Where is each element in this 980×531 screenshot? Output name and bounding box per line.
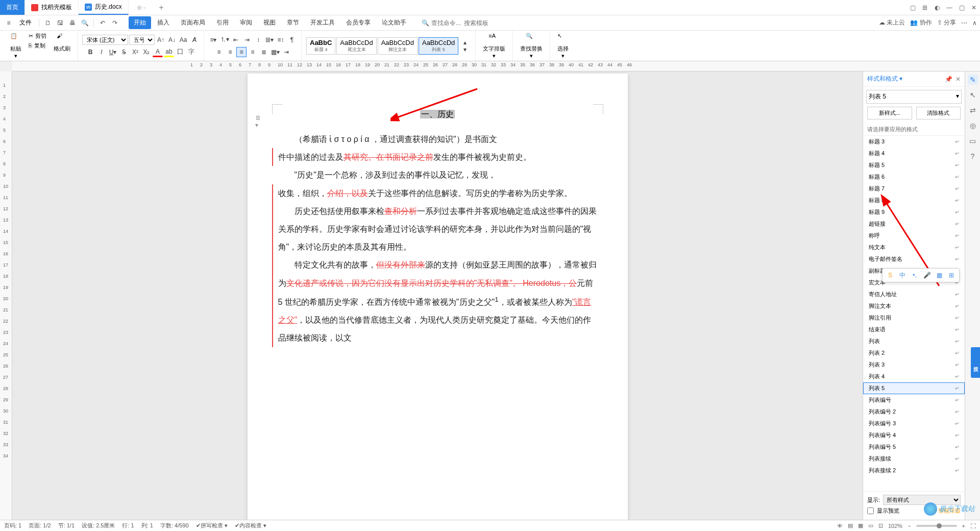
ime-toolbar[interactable]: S 中 •, 🎤 ▦ ⊞ xyxy=(882,268,960,282)
sb-pos[interactable]: 设值: 2.5厘米 xyxy=(82,522,115,529)
file-menu[interactable]: 文件 xyxy=(15,18,36,27)
style-item[interactable]: 列表编号 2↵ xyxy=(863,406,965,418)
zoom-out-icon[interactable]: − xyxy=(908,523,911,529)
ime-keyboard-icon[interactable]: ▦ xyxy=(935,271,944,280)
paragraph-rev[interactable]: 特定文化共有的故事，但没有外部来源的支持（例如亚瑟王周围的故事），通常被归为文化… xyxy=(272,256,597,347)
style-item[interactable]: 标题 6↵ xyxy=(863,171,965,183)
winbtn-user-icon[interactable]: ◐ xyxy=(931,2,943,14)
winbtn-min[interactable]: — xyxy=(943,2,955,14)
winbtn-grid-icon[interactable]: ⊞ xyxy=(919,2,931,14)
ruler-horizontal[interactable]: 1234567891011121314151617181920212223242… xyxy=(12,61,980,71)
style-preview-4[interactable]: AaBbCcDd列表 5 xyxy=(419,37,458,55)
style-item[interactable]: 称呼↵ xyxy=(863,230,965,242)
underline-icon[interactable]: U▾ xyxy=(108,47,118,57)
style-item[interactable]: 标题 9↵ xyxy=(863,206,965,218)
hamburger-icon[interactable]: ≡ xyxy=(3,17,14,29)
line-spacing-icon[interactable]: ≡↕ xyxy=(276,35,286,45)
sb-fullscreen-icon[interactable]: ⛶ xyxy=(970,523,976,529)
tab-document[interactable]: W 历史.docx xyxy=(79,0,129,15)
paste-button[interactable]: 📋 粘贴▾ xyxy=(7,32,24,60)
menutab-start[interactable]: 开始 xyxy=(129,16,151,29)
sb-view3-icon[interactable]: ▦ xyxy=(858,522,863,529)
sb-pages[interactable]: 页面: 1/2 xyxy=(29,522,51,529)
style-item[interactable]: 列表编号 4↵ xyxy=(863,429,965,441)
align-left-icon[interactable]: ≡ xyxy=(214,47,224,57)
zoom-in-icon[interactable]: + xyxy=(962,523,965,529)
italic-icon[interactable]: I xyxy=(96,47,107,57)
font-size-select[interactable]: 五号 xyxy=(129,35,155,45)
paragraph-rev[interactable]: 收集，组织，介绍，以及关于这些事件的信息解读。写历史的学者称为历史学家。 xyxy=(272,184,597,202)
paragraph-rev[interactable]: 件中描述的过去及其研究。在书面记录之前发生的事件被视为史前史。 xyxy=(272,148,597,166)
panel-close-icon[interactable]: ✕ xyxy=(955,76,961,83)
side-target-icon[interactable]: ◎ xyxy=(968,120,978,131)
style-item[interactable]: 列表接续↵ xyxy=(863,453,965,465)
style-item[interactable]: 列表↵ xyxy=(863,335,965,347)
sb-line[interactable]: 行: 1 xyxy=(122,522,134,529)
style-item[interactable]: 列表编号 3↵ xyxy=(863,418,965,429)
show-marks-icon[interactable]: ¶ xyxy=(287,35,297,45)
tab-home[interactable]: 首页 xyxy=(0,0,25,15)
tab-extra[interactable]: ⊕ ▫ xyxy=(129,0,154,15)
font-color-icon[interactable]: A xyxy=(153,47,163,57)
preview-checkbox[interactable] xyxy=(867,508,874,514)
page-note-icon[interactable]: 🗎▾ xyxy=(255,114,263,123)
save-icon[interactable]: 🖫 xyxy=(55,17,66,29)
border-icon[interactable]: ⊞▾ xyxy=(264,35,275,45)
sb-spell[interactable]: ✔拼写检查 ▾ xyxy=(196,522,228,529)
menutab-vip[interactable]: 会员专享 xyxy=(341,16,376,29)
style-scroll-down[interactable]: ▾ xyxy=(460,46,470,53)
style-item[interactable]: 列表编号↵ xyxy=(863,394,965,406)
style-item[interactable]: 脚注引用↵ xyxy=(863,312,965,324)
cloud-status[interactable]: ☁ 未上云 xyxy=(879,18,905,27)
print-icon[interactable]: 🖶 xyxy=(67,17,78,29)
sb-view4-icon[interactable]: ▭ xyxy=(868,522,873,529)
menutab-section[interactable]: 章节 xyxy=(282,16,304,29)
grow-font-icon[interactable]: A↑ xyxy=(156,35,166,45)
style-preview-1[interactable]: AaBbC标题 4 xyxy=(306,37,335,55)
tab-templates[interactable]: 找稻壳模板 xyxy=(25,0,79,15)
menutab-ref[interactable]: 引用 xyxy=(211,16,234,29)
change-case-icon[interactable]: Aa xyxy=(178,35,188,45)
bullet-list-icon[interactable]: ≡▾ xyxy=(208,35,218,45)
subscript-icon[interactable]: X₂ xyxy=(141,47,152,57)
new-icon[interactable]: 🗋 xyxy=(42,17,54,29)
style-list[interactable]: 标题 3↵标题 4↵标题 5↵标题 6↵标题 7↵标题 8↵标题 9↵超链接↵称… xyxy=(863,135,965,491)
collab-button[interactable]: 👥 协作 xyxy=(910,18,932,27)
highlight-icon[interactable]: ab xyxy=(164,47,174,57)
menutab-layout[interactable]: 页面布局 xyxy=(176,16,210,29)
sb-zoom-label[interactable]: 102% xyxy=(888,523,902,529)
new-style-button[interactable]: 新样式... xyxy=(867,107,912,119)
sb-section[interactable]: 节: 1/1 xyxy=(58,522,75,529)
sb-chars[interactable]: 字数: 4/590 xyxy=(160,522,189,529)
copy-button[interactable]: ⎘ 复制 xyxy=(27,41,48,50)
sb-view5-icon[interactable]: ⊡ xyxy=(878,522,883,529)
clear-format-icon[interactable]: A̸ xyxy=(189,35,200,45)
style-item[interactable]: 标题 5↵ xyxy=(863,159,965,171)
text-layout-button[interactable]: ≡A文字排版▾ xyxy=(480,32,508,60)
sb-content[interactable]: ✔内容检查 ▾ xyxy=(235,522,266,529)
current-style[interactable]: 列表 5▾ xyxy=(866,90,962,104)
menutab-review[interactable]: 审阅 xyxy=(235,16,257,29)
indent-inc-icon[interactable]: ⇥ xyxy=(242,35,252,45)
winbtn-layout-icon[interactable]: ▢ xyxy=(906,2,919,14)
document-area[interactable]: 🗎▾ 一、历史 （希腊语 ἱ σ τ ο ρ ί α ，通过调查获得的知识"）是… xyxy=(12,71,863,520)
select-button[interactable]: ↖选择▾ xyxy=(554,32,572,60)
char-border-icon[interactable]: 囗 xyxy=(175,47,185,57)
strike-icon[interactable]: S̶ xyxy=(119,47,129,57)
menutab-paper[interactable]: 论文助手 xyxy=(377,16,411,29)
align-justify-icon[interactable]: ≡ xyxy=(236,47,247,57)
style-item[interactable]: 超链接↵ xyxy=(863,218,965,230)
side-book-icon[interactable]: ▭ xyxy=(968,136,978,146)
preview-icon[interactable]: 🔍 xyxy=(79,17,90,29)
style-item[interactable]: 标题 3↵ xyxy=(863,136,965,148)
tab-icon[interactable]: ⇥ xyxy=(281,47,291,57)
panel-pin-icon[interactable]: 📌 xyxy=(945,76,952,83)
superscript-icon[interactable]: X² xyxy=(130,47,140,57)
side-select-icon[interactable]: ↖ xyxy=(968,90,978,100)
redo-icon[interactable]: ↷ xyxy=(109,17,120,29)
style-scroll-up[interactable]: ▴ xyxy=(460,39,470,46)
menu-expand[interactable]: ∧ xyxy=(972,19,977,27)
style-item[interactable]: 列表 4↵ xyxy=(863,371,965,382)
number-list-icon[interactable]: ⒈▾ xyxy=(219,35,230,45)
sort-icon[interactable]: ↕ xyxy=(253,35,263,45)
